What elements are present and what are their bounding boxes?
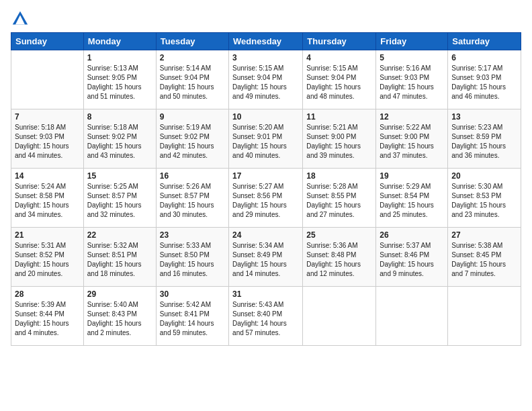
- calendar-cell: 25Sunrise: 5:36 AM Sunset: 8:48 PM Dayli…: [303, 228, 376, 287]
- day-number: 4: [306, 53, 372, 62]
- week-row-5: 28Sunrise: 5:39 AM Sunset: 8:44 PM Dayli…: [11, 287, 521, 346]
- calendar-cell: 30Sunrise: 5:42 AM Sunset: 8:41 PM Dayli…: [156, 287, 228, 346]
- day-number: 1: [87, 53, 152, 62]
- calendar-cell: 16Sunrise: 5:26 AM Sunset: 8:57 PM Dayli…: [156, 169, 228, 228]
- cell-text: Sunrise: 5:38 AM Sunset: 8:45 PM Dayligh…: [451, 241, 517, 279]
- calendar-cell: 13Sunrise: 5:23 AM Sunset: 8:59 PM Dayli…: [448, 109, 521, 169]
- cell-text: Sunrise: 5:16 AM Sunset: 9:03 PM Dayligh…: [380, 64, 444, 101]
- day-number: 8: [87, 112, 152, 122]
- day-number: 3: [232, 53, 299, 62]
- cell-text: Sunrise: 5:15 AM Sunset: 9:04 PM Dayligh…: [306, 64, 372, 101]
- day-number: 20: [451, 171, 517, 181]
- cell-text: Sunrise: 5:25 AM Sunset: 8:57 PM Dayligh…: [87, 182, 152, 220]
- header-row: SundayMondayTuesdayWednesdayThursdayFrid…: [11, 33, 521, 50]
- cell-text: Sunrise: 5:27 AM Sunset: 8:56 PM Dayligh…: [232, 182, 299, 220]
- day-number: 2: [160, 53, 225, 62]
- day-number: 5: [380, 53, 444, 62]
- cell-text: Sunrise: 5:23 AM Sunset: 8:59 PM Dayligh…: [451, 123, 517, 161]
- calendar-cell: 23Sunrise: 5:33 AM Sunset: 8:50 PM Dayli…: [156, 228, 228, 287]
- day-number: 23: [160, 230, 225, 240]
- calendar-cell: 4Sunrise: 5:15 AM Sunset: 9:04 PM Daylig…: [303, 50, 376, 109]
- week-row-1: 1Sunrise: 5:13 AM Sunset: 9:05 PM Daylig…: [11, 50, 521, 109]
- cell-text: Sunrise: 5:40 AM Sunset: 8:43 PM Dayligh…: [87, 300, 152, 338]
- logo-icon: [11, 9, 30, 28]
- cell-text: Sunrise: 5:37 AM Sunset: 8:46 PM Dayligh…: [380, 241, 444, 279]
- calendar-cell: 20Sunrise: 5:30 AM Sunset: 8:53 PM Dayli…: [448, 169, 521, 228]
- calendar-cell: 24Sunrise: 5:34 AM Sunset: 8:49 PM Dayli…: [229, 228, 303, 287]
- logo: [11, 9, 32, 28]
- cell-text: Sunrise: 5:39 AM Sunset: 8:44 PM Dayligh…: [15, 300, 80, 338]
- day-number: 30: [160, 289, 225, 299]
- day-number: 28: [15, 289, 80, 299]
- day-number: 15: [87, 171, 152, 181]
- cell-text: Sunrise: 5:26 AM Sunset: 8:57 PM Dayligh…: [160, 182, 225, 220]
- calendar-cell: 14Sunrise: 5:24 AM Sunset: 8:58 PM Dayli…: [11, 169, 84, 228]
- calendar-cell: 18Sunrise: 5:28 AM Sunset: 8:55 PM Dayli…: [303, 169, 376, 228]
- cell-text: Sunrise: 5:34 AM Sunset: 8:49 PM Dayligh…: [232, 241, 299, 279]
- cell-text: Sunrise: 5:17 AM Sunset: 9:03 PM Dayligh…: [451, 64, 517, 101]
- calendar-cell: 7Sunrise: 5:18 AM Sunset: 9:03 PM Daylig…: [11, 109, 84, 169]
- day-number: 18: [306, 171, 372, 181]
- cell-text: Sunrise: 5:18 AM Sunset: 9:02 PM Dayligh…: [87, 123, 152, 161]
- calendar-cell: 29Sunrise: 5:40 AM Sunset: 8:43 PM Dayli…: [83, 287, 156, 346]
- calendar-cell: [376, 287, 448, 346]
- calendar-cell: 15Sunrise: 5:25 AM Sunset: 8:57 PM Dayli…: [83, 169, 156, 228]
- header-cell-tuesday: Tuesday: [156, 33, 228, 50]
- calendar-cell: 31Sunrise: 5:43 AM Sunset: 8:40 PM Dayli…: [229, 287, 303, 346]
- calendar-cell: 21Sunrise: 5:31 AM Sunset: 8:52 PM Dayli…: [11, 228, 84, 287]
- cell-text: Sunrise: 5:15 AM Sunset: 9:04 PM Dayligh…: [232, 64, 299, 101]
- calendar-cell: 3Sunrise: 5:15 AM Sunset: 9:04 PM Daylig…: [229, 50, 303, 109]
- calendar-table: SundayMondayTuesdayWednesdayThursdayFrid…: [11, 32, 521, 346]
- calendar-cell: 1Sunrise: 5:13 AM Sunset: 9:05 PM Daylig…: [83, 50, 156, 109]
- day-number: 29: [87, 289, 152, 299]
- cell-text: Sunrise: 5:32 AM Sunset: 8:51 PM Dayligh…: [87, 241, 152, 279]
- day-number: 24: [232, 230, 299, 240]
- calendar-cell: 19Sunrise: 5:29 AM Sunset: 8:54 PM Dayli…: [376, 169, 448, 228]
- day-number: 19: [380, 171, 444, 181]
- calendar-cell: [11, 50, 84, 109]
- calendar-cell: 10Sunrise: 5:20 AM Sunset: 9:01 PM Dayli…: [229, 109, 303, 169]
- day-number: 21: [15, 230, 80, 240]
- page: SundayMondayTuesdayWednesdayThursdayFrid…: [0, 0, 532, 411]
- header-cell-wednesday: Wednesday: [229, 33, 303, 50]
- header-cell-sunday: Sunday: [11, 33, 84, 50]
- calendar-cell: 26Sunrise: 5:37 AM Sunset: 8:46 PM Dayli…: [376, 228, 448, 287]
- week-row-3: 14Sunrise: 5:24 AM Sunset: 8:58 PM Dayli…: [11, 169, 521, 228]
- header-cell-saturday: Saturday: [448, 33, 521, 50]
- cell-text: Sunrise: 5:20 AM Sunset: 9:01 PM Dayligh…: [232, 123, 299, 161]
- calendar-cell: 28Sunrise: 5:39 AM Sunset: 8:44 PM Dayli…: [11, 287, 84, 346]
- day-number: 13: [451, 112, 517, 122]
- calendar-cell: 22Sunrise: 5:32 AM Sunset: 8:51 PM Dayli…: [83, 228, 156, 287]
- day-number: 12: [380, 112, 444, 122]
- header: [11, 7, 521, 28]
- cell-text: Sunrise: 5:21 AM Sunset: 9:00 PM Dayligh…: [306, 123, 372, 161]
- cell-text: Sunrise: 5:18 AM Sunset: 9:03 PM Dayligh…: [15, 123, 80, 161]
- week-row-2: 7Sunrise: 5:18 AM Sunset: 9:03 PM Daylig…: [11, 109, 521, 169]
- cell-text: Sunrise: 5:19 AM Sunset: 9:02 PM Dayligh…: [160, 123, 225, 161]
- cell-text: Sunrise: 5:22 AM Sunset: 9:00 PM Dayligh…: [380, 123, 444, 161]
- cell-text: Sunrise: 5:31 AM Sunset: 8:52 PM Dayligh…: [15, 241, 80, 279]
- cell-text: Sunrise: 5:36 AM Sunset: 8:48 PM Dayligh…: [306, 241, 372, 279]
- calendar-cell: 17Sunrise: 5:27 AM Sunset: 8:56 PM Dayli…: [229, 169, 303, 228]
- cell-text: Sunrise: 5:42 AM Sunset: 8:41 PM Dayligh…: [160, 300, 225, 338]
- day-number: 14: [15, 171, 80, 181]
- calendar-cell: 2Sunrise: 5:14 AM Sunset: 9:04 PM Daylig…: [156, 50, 228, 109]
- header-cell-friday: Friday: [376, 33, 448, 50]
- cell-text: Sunrise: 5:33 AM Sunset: 8:50 PM Dayligh…: [160, 241, 225, 279]
- calendar-header: SundayMondayTuesdayWednesdayThursdayFrid…: [11, 33, 521, 50]
- cell-text: Sunrise: 5:24 AM Sunset: 8:58 PM Dayligh…: [15, 182, 80, 220]
- day-number: 10: [232, 112, 299, 122]
- header-cell-monday: Monday: [83, 33, 156, 50]
- day-number: 11: [306, 112, 372, 122]
- cell-text: Sunrise: 5:43 AM Sunset: 8:40 PM Dayligh…: [232, 300, 299, 338]
- calendar-cell: 27Sunrise: 5:38 AM Sunset: 8:45 PM Dayli…: [448, 228, 521, 287]
- day-number: 7: [15, 112, 80, 122]
- day-number: 31: [232, 289, 299, 299]
- cell-text: Sunrise: 5:28 AM Sunset: 8:55 PM Dayligh…: [306, 182, 372, 220]
- calendar-cell: [303, 287, 376, 346]
- calendar-body: 1Sunrise: 5:13 AM Sunset: 9:05 PM Daylig…: [11, 50, 521, 346]
- cell-text: Sunrise: 5:29 AM Sunset: 8:54 PM Dayligh…: [380, 182, 444, 220]
- day-number: 16: [160, 171, 225, 181]
- calendar-cell: 12Sunrise: 5:22 AM Sunset: 9:00 PM Dayli…: [376, 109, 448, 169]
- calendar-cell: 8Sunrise: 5:18 AM Sunset: 9:02 PM Daylig…: [83, 109, 156, 169]
